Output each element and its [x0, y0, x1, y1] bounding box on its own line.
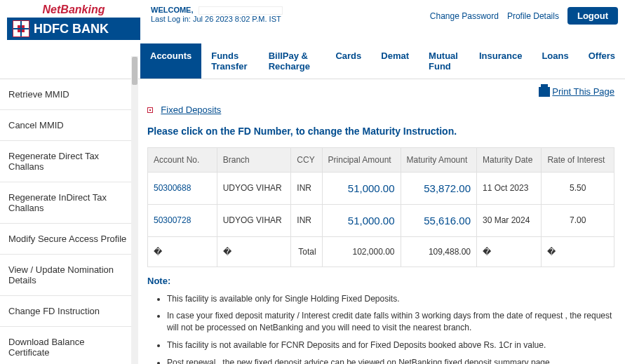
total-blank: �: [542, 236, 614, 267]
sidebar-retrieve-mmid[interactable]: Retrieve MMID: [0, 79, 136, 110]
change-password-link[interactable]: Change Password: [430, 11, 499, 21]
bank-logo: HDFC BANK: [7, 18, 140, 40]
nav-demat[interactable]: Demat: [371, 43, 419, 79]
th-principal: Principal Amount: [322, 147, 401, 172]
print-icon: [539, 87, 550, 97]
nav-funds-transfer[interactable]: Funds Transfer: [201, 43, 258, 79]
sidebar-scrollbar[interactable]: [131, 56, 138, 364]
page-title: Please click on the FD Number, to change…: [147, 126, 614, 137]
netbanking-label: NetBanking: [7, 4, 140, 16]
fd-branch: UDYOG VIHAR: [217, 204, 291, 236]
hdfc-logo-icon: [13, 20, 29, 37]
main-container: Retrieve MMID Cancel MMID Regenerate Dir…: [0, 79, 625, 364]
note-item: This facility is not available for FCNR …: [167, 337, 614, 354]
table-header-row: Account No. Branch CCY Principal Amount …: [148, 147, 614, 172]
note-item: Post renewal , the new fixed deposit adv…: [167, 354, 614, 364]
total-blank: �: [148, 236, 217, 267]
total-principal: 102,000.00: [322, 236, 401, 267]
breadcrumb-row: Fixed Deposits: [147, 105, 614, 115]
fd-rate: 7.00: [542, 204, 614, 236]
print-label: Print This Page: [552, 86, 614, 97]
fd-principal: 51,000.00: [322, 204, 401, 236]
user-name-masked: [199, 6, 283, 15]
print-page-link[interactable]: Print This Page: [539, 86, 614, 97]
total-blank: �: [476, 236, 541, 267]
print-row: Print This Page: [147, 86, 614, 99]
welcome-area: WELCOME, Last Log in: Jul 26 2023 8:02 P…: [140, 4, 430, 23]
table-row: 50300688 UDYOG VIHAR INR 51,000.00 53,87…: [148, 172, 614, 204]
nav-loans[interactable]: Loans: [532, 43, 578, 79]
breadcrumb-fixed-deposits[interactable]: Fixed Deposits: [161, 105, 221, 115]
fd-date: 11 Oct 2023: [476, 172, 541, 204]
th-ccy: CCY: [291, 147, 322, 172]
note-title: Note:: [147, 276, 614, 286]
nav-billpay[interactable]: BillPay & Recharge: [259, 43, 326, 79]
top-links: Change Password Profile Details Logout: [430, 4, 618, 25]
th-date: Maturity Date: [476, 147, 541, 172]
th-branch: Branch: [217, 147, 291, 172]
welcome-line: WELCOME,: [151, 6, 430, 15]
sidebar-update-nomination[interactable]: View / Update Nomination Details: [0, 255, 136, 296]
breadcrumb-bullet-icon: [147, 107, 153, 113]
sidebar-regen-direct-tax[interactable]: Regenerate Direct Tax Challans: [0, 141, 136, 182]
th-maturity: Maturity Amount: [401, 147, 476, 172]
sidebar-modify-secure-access[interactable]: Modify Secure Access Profile: [0, 224, 136, 255]
fd-ccy: INR: [291, 172, 322, 204]
table-row: 50300728 UDYOG VIHAR INR 51,000.00 55,61…: [148, 204, 614, 236]
fd-maturity: 53,872.00: [401, 172, 476, 204]
logout-button[interactable]: Logout: [567, 7, 618, 25]
total-maturity: 109,488.00: [401, 236, 476, 267]
th-rate: Rate of Interest: [542, 147, 614, 172]
table-total-row: � � Total 102,000.00 109,488.00 � �: [148, 236, 614, 267]
sidebar-regen-indirect-tax[interactable]: Regenerate InDirect Tax Challans: [0, 182, 136, 224]
sidebar-cancel-mmid[interactable]: Cancel MMID: [0, 110, 136, 141]
logo-area: NetBanking HDFC BANK: [7, 4, 140, 40]
bank-name: HDFC BANK: [34, 22, 109, 36]
fd-table: Account No. Branch CCY Principal Amount …: [147, 147, 614, 267]
fd-account-link[interactable]: 50300688: [148, 172, 217, 204]
nav-offers[interactable]: Offers: [579, 43, 625, 79]
note-item: This facility is available only for Sing…: [167, 290, 614, 308]
fd-ccy: INR: [291, 204, 322, 236]
th-account: Account No.: [148, 147, 217, 172]
nav-insurance[interactable]: Insurance: [469, 43, 532, 79]
note-item: In case your fixed deposit maturity / In…: [167, 307, 614, 337]
sidebar: Retrieve MMID Cancel MMID Regenerate Dir…: [0, 79, 137, 364]
fd-branch: UDYOG VIHAR: [217, 172, 291, 204]
nav-mutual-fund[interactable]: Mutual Fund: [419, 43, 469, 79]
content-area: Print This Page Fixed Deposits Please cl…: [137, 79, 625, 364]
note-list: This facility is available only for Sing…: [167, 290, 614, 365]
sidebar-download-balance-cert[interactable]: Download Balance Certificate: [0, 327, 136, 364]
sidebar-scroll-thumb[interactable]: [132, 57, 137, 85]
total-blank: �: [217, 236, 291, 267]
total-label: Total: [291, 236, 322, 267]
main-nav: Accounts Funds Transfer BillPay & Rechar…: [0, 43, 625, 79]
last-login: Last Log in: Jul 26 2023 8:02 P.M. IST: [151, 15, 430, 23]
fd-date: 30 Mar 2024: [476, 204, 541, 236]
sidebar-change-fd-instruction[interactable]: Change FD Instruction: [0, 296, 136, 327]
nav-accounts[interactable]: Accounts: [140, 43, 201, 79]
fd-account-link[interactable]: 50300728: [148, 204, 217, 236]
fd-maturity: 55,616.00: [401, 204, 476, 236]
fd-principal: 51,000.00: [322, 172, 401, 204]
fd-rate: 5.50: [542, 172, 614, 204]
page-header: NetBanking HDFC BANK WELCOME, Last Log i…: [0, 0, 625, 43]
welcome-label: WELCOME,: [151, 6, 194, 14]
nav-cards[interactable]: Cards: [325, 43, 371, 79]
profile-details-link[interactable]: Profile Details: [507, 11, 559, 21]
